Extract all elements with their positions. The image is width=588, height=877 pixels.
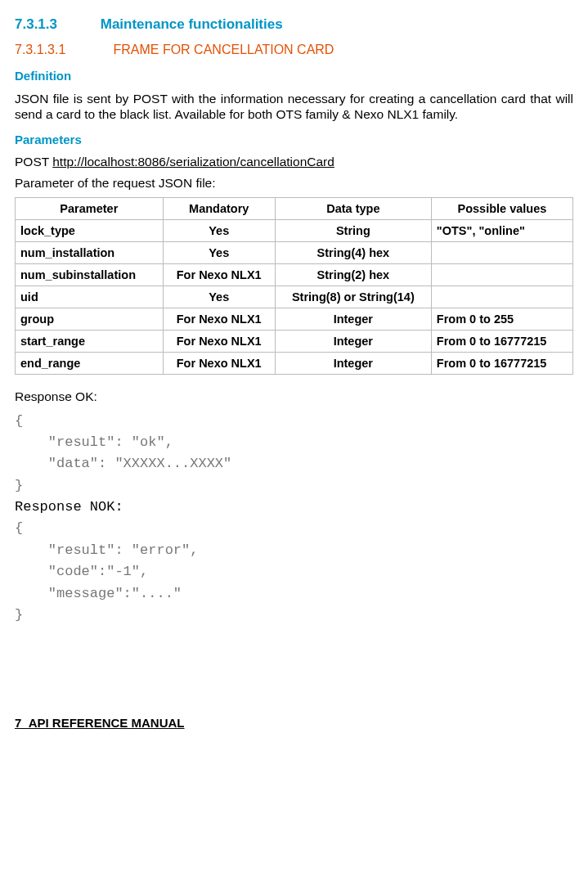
table-cell: lock_type xyxy=(16,219,164,241)
col-datatype: Data type xyxy=(275,197,431,219)
table-row: start_rangeFor Nexo NLX1IntegerFrom 0 to… xyxy=(16,330,573,352)
subsection-number: 7.3.1.3.1 xyxy=(15,43,110,57)
col-mandatory: Mandatory xyxy=(163,197,275,219)
code-line: } xyxy=(15,607,23,623)
table-cell: For Nexo NLX1 xyxy=(163,263,275,286)
table-cell: String xyxy=(275,219,431,241)
table-cell: start_range xyxy=(16,330,164,352)
table-cell: From 0 to 16777215 xyxy=(431,352,572,374)
table-cell: num_subinstallation xyxy=(16,263,164,286)
code-line: { xyxy=(15,520,23,536)
table-cell: "OTS", "online" xyxy=(431,219,572,241)
table-cell: Integer xyxy=(275,308,431,330)
table-cell: Yes xyxy=(163,241,275,263)
table-cell: Yes xyxy=(163,219,275,241)
table-cell: For Nexo NLX1 xyxy=(163,330,275,352)
table-cell: From 0 to 255 xyxy=(431,308,572,330)
section-heading-3: 7.3.1.3 Maintenance functionalities xyxy=(15,16,573,33)
table-cell xyxy=(431,286,572,308)
table-cell: For Nexo NLX1 xyxy=(163,308,275,330)
table-cell: From 0 to 16777215 xyxy=(431,330,572,352)
table-cell: num_installation xyxy=(16,241,164,263)
definition-text: JSON file is sent by POST with the infor… xyxy=(15,91,573,123)
code-line: "result": "ok", xyxy=(15,434,173,450)
col-parameter: Parameter xyxy=(16,197,164,219)
table-cell: Yes xyxy=(163,286,275,308)
col-possible: Possible values xyxy=(431,197,572,219)
footer-title: 7_API REFERENCE MANUAL xyxy=(15,716,573,730)
table-row: num_subinstallationFor Nexo NLX1String(2… xyxy=(16,263,573,286)
section-title: Maintenance functionalities xyxy=(101,16,283,32)
table-cell: String(8) or String(14) xyxy=(275,286,431,308)
code-line: { xyxy=(15,413,23,429)
section-number: 7.3.1.3 xyxy=(15,16,97,33)
table-row: num_installationYesString(4) hex xyxy=(16,241,573,263)
table-cell: uid xyxy=(16,286,164,308)
table-row: end_rangeFor Nexo NLX1IntegerFrom 0 to 1… xyxy=(16,352,573,374)
code-line: "result": "error", xyxy=(15,542,198,558)
response-nok-label: Response NOK: xyxy=(15,499,123,515)
table-cell xyxy=(431,241,572,263)
table-cell: String(4) hex xyxy=(275,241,431,263)
table-cell: Integer xyxy=(275,330,431,352)
code-line: "data": "XXXXX...XXXX" xyxy=(15,456,231,471)
table-row: lock_typeYesString"OTS", "online" xyxy=(16,219,573,241)
response-ok-label: Response OK: xyxy=(15,389,573,404)
table-cell: group xyxy=(16,308,164,330)
code-block-ok: { "result": "ok", "data": "XXXXX...XXXX"… xyxy=(15,411,573,626)
table-cell: String(2) hex xyxy=(275,263,431,286)
subsection-title: FRAME FOR CANCELLATION CARD xyxy=(113,43,334,56)
table-cell: end_range xyxy=(16,352,164,374)
table-row: groupFor Nexo NLX1IntegerFrom 0 to 255 xyxy=(16,308,573,330)
table-cell: Integer xyxy=(275,352,431,374)
param-request-label: Parameter of the request JSON file: xyxy=(15,176,573,191)
post-endpoint-line: POST http://localhost:8086/serialization… xyxy=(15,155,573,169)
table-cell xyxy=(431,263,572,286)
post-url: http://localhost:8086/serialization/canc… xyxy=(52,155,334,169)
table-row: uidYesString(8) or String(14) xyxy=(16,286,573,308)
parameters-table: Parameter Mandatory Data type Possible v… xyxy=(15,197,573,375)
table-header-row: Parameter Mandatory Data type Possible v… xyxy=(16,197,573,219)
post-label: POST xyxy=(15,155,52,169)
code-line: "code":"-1", xyxy=(15,564,148,579)
section-heading-4: 7.3.1.3.1 FRAME FOR CANCELLATION CARD xyxy=(15,43,573,57)
parameters-heading: Parameters xyxy=(15,133,573,146)
definition-heading: Definition xyxy=(15,69,573,83)
code-line: } xyxy=(15,478,23,493)
table-cell: For Nexo NLX1 xyxy=(163,352,275,374)
code-line: "message":"...." xyxy=(15,586,182,601)
